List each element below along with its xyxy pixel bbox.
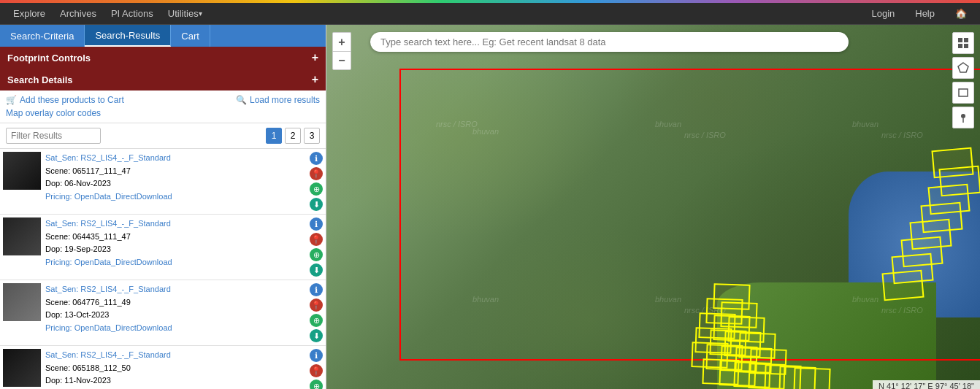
nav-login[interactable]: Login bbox=[864, 3, 902, 25]
info-icon-btn[interactable]: ℹ bbox=[310, 152, 323, 165]
map-background bbox=[326, 25, 980, 389]
footprint-controls-toggle[interactable]: + bbox=[312, 51, 318, 64]
result-item: Sat_Sen: RS2_LIS4_-_F_Standard Scene: 06… bbox=[0, 280, 326, 346]
dop-label: Dop: 06-Nov-2023 bbox=[45, 177, 307, 190]
filter-input[interactable] bbox=[6, 128, 101, 144]
top-nav: Explore Archives PI Actions Utilities Lo… bbox=[0, 3, 980, 25]
result-thumb bbox=[3, 283, 41, 321]
nav-explore[interactable]: Explore bbox=[6, 3, 53, 25]
rectangle-tool-button[interactable] bbox=[952, 82, 974, 104]
result-info: Sat_Sen: RS2_LIS4_-_F_Standard Scene: 06… bbox=[45, 283, 307, 334]
map-right-controls bbox=[952, 32, 974, 128]
zoom-out-button[interactable]: − bbox=[332, 51, 351, 70]
nav-right: Login Help 🏠 bbox=[864, 3, 974, 25]
svg-marker-4 bbox=[958, 63, 968, 72]
nav-home[interactable]: 🏠 bbox=[948, 3, 974, 25]
cart-icon: 🛒 bbox=[6, 95, 17, 105]
eye-icon-btn[interactable]: ⊕ bbox=[310, 182, 323, 196]
eye-icon-btn[interactable]: ⊕ bbox=[310, 380, 323, 389]
download-icon-btn[interactable]: ⬇ bbox=[310, 263, 323, 277]
tab-search-results[interactable]: Search-Results bbox=[85, 25, 171, 47]
result-item: Sat_Sen: RS2_LIS4_-_F_Standard Scene: 06… bbox=[0, 149, 326, 215]
scene-label: Scene: 064776_111_49 bbox=[45, 296, 307, 309]
scene-label: Scene: 065117_111_47 bbox=[45, 165, 307, 178]
footprint-controls-header[interactable]: Footprint Controls + bbox=[0, 47, 326, 69]
svg-rect-3 bbox=[964, 44, 968, 48]
left-panel: Search-Criteria Search-Results Cart Foot… bbox=[0, 25, 326, 389]
result-thumb bbox=[3, 217, 41, 255]
result-thumb bbox=[3, 349, 41, 387]
svg-rect-1 bbox=[964, 38, 968, 42]
map-area[interactable]: + − bbox=[326, 25, 980, 389]
search-details-content: 🛒 Add these products to Cart 🔍 Load more… bbox=[0, 90, 326, 123]
tab-search-criteria[interactable]: Search-Criteria bbox=[0, 25, 85, 47]
result-actions: ℹ 📍 ⊕ ⬇ bbox=[310, 217, 323, 277]
result-item: Sat_Sen: RS2_LIS4_-_F_Standard Scene: 06… bbox=[0, 215, 326, 280]
result-actions: ℹ 📍 ⊕ ⬇ bbox=[310, 349, 323, 389]
zoom-controls: + − bbox=[332, 32, 351, 70]
sat-sen-label: Sat_Sen: RS2_LIS4_-_F_Standard bbox=[45, 349, 307, 362]
page-3-button[interactable]: 3 bbox=[304, 128, 320, 144]
eye-icon-btn[interactable]: ⊕ bbox=[310, 248, 323, 261]
map-search-bar[interactable] bbox=[370, 32, 849, 52]
filter-bar: 1 2 3 bbox=[0, 123, 326, 149]
eye-icon-btn[interactable]: ⊕ bbox=[310, 314, 323, 327]
color-codes-link[interactable]: Map overlay color codes bbox=[6, 108, 320, 118]
footprint-controls-label: Footprint Controls bbox=[7, 53, 91, 63]
add-cart-button[interactable]: 🛒 Add these products to Cart bbox=[6, 95, 124, 105]
tab-cart[interactable]: Cart bbox=[171, 25, 210, 47]
pin-icon-btn[interactable]: 📍 bbox=[310, 233, 323, 246]
pricing-label: Pricing: OpenData_DirectDownload bbox=[45, 256, 307, 269]
load-more-button[interactable]: 🔍 Load more results bbox=[236, 95, 320, 105]
result-actions: ℹ 📍 ⊕ ⬇ bbox=[310, 152, 323, 211]
svg-rect-2 bbox=[958, 44, 962, 48]
layers-button[interactable] bbox=[952, 32, 974, 54]
svg-point-6 bbox=[961, 114, 965, 118]
add-cart-label: Add these products to Cart bbox=[20, 95, 124, 105]
pricing-label: Pricing: OpenData_DirectDownload bbox=[45, 322, 307, 335]
result-list: Sat_Sen: RS2_LIS4_-_F_Standard Scene: 06… bbox=[0, 149, 326, 389]
download-icon-btn[interactable]: ⬇ bbox=[310, 198, 323, 211]
pagination: 1 2 3 bbox=[266, 128, 320, 144]
download-icon-btn[interactable]: ⬇ bbox=[310, 329, 323, 342]
page-2-button[interactable]: 2 bbox=[285, 128, 301, 144]
info-icon-btn[interactable]: ℹ bbox=[310, 283, 323, 296]
coordinates-bar: N 41° 12' 17" E 97° 45' 18" bbox=[873, 380, 980, 389]
result-info: Sat_Sen: RS2_LIS4_-_F_Standard Scene: 06… bbox=[45, 217, 307, 269]
info-icon-btn[interactable]: ℹ bbox=[310, 217, 323, 231]
pricing-label: Pricing: OpenData_DirectDownload bbox=[45, 190, 307, 204]
search-details-toggle[interactable]: + bbox=[312, 73, 318, 86]
main-layout: Search-Criteria Search-Results Cart Foot… bbox=[0, 25, 980, 389]
point-tool-button[interactable] bbox=[952, 107, 974, 128]
dop-label: Dop: 13-Oct-2023 bbox=[45, 309, 307, 322]
search-icon: 🔍 bbox=[236, 95, 247, 105]
svg-rect-5 bbox=[959, 89, 968, 96]
result-thumb bbox=[3, 152, 41, 190]
dop-label: Dop: 19-Sep-2023 bbox=[45, 243, 307, 256]
result-info: Sat_Sen: RS2_LIS4_-_F_Standard Scene: 06… bbox=[45, 349, 307, 389]
polygon-tool-button[interactable] bbox=[952, 57, 974, 79]
info-icon-btn[interactable]: ℹ bbox=[310, 349, 323, 362]
result-info: Sat_Sen: RS2_LIS4_-_F_Standard Scene: 06… bbox=[45, 152, 307, 203]
result-item: Sat_Sen: RS2_LIS4_-_F_Standard Scene: 06… bbox=[0, 346, 326, 389]
pin-icon-btn[interactable]: 📍 bbox=[310, 167, 323, 180]
scene-label: Scene: 065188_112_50 bbox=[45, 362, 307, 375]
nav-utilities[interactable]: Utilities bbox=[161, 3, 210, 25]
nav-help[interactable]: Help bbox=[908, 3, 942, 25]
nav-pi-actions[interactable]: PI Actions bbox=[104, 3, 161, 25]
dop-label: Dop: 11-Nov-2023 bbox=[45, 374, 307, 388]
page-1-button[interactable]: 1 bbox=[266, 128, 282, 144]
result-actions: ℹ 📍 ⊕ ⬇ bbox=[310, 283, 323, 342]
zoom-in-button[interactable]: + bbox=[332, 32, 351, 51]
sat-sen-label: Sat_Sen: RS2_LIS4_-_F_Standard bbox=[45, 217, 307, 231]
svg-rect-0 bbox=[958, 38, 962, 42]
nav-archives[interactable]: Archives bbox=[53, 3, 104, 25]
scene-label: Scene: 064435_111_47 bbox=[45, 231, 307, 244]
pin-icon-btn[interactable]: 📍 bbox=[310, 299, 323, 312]
sat-sen-label: Sat_Sen: RS2_LIS4_-_F_Standard bbox=[45, 283, 307, 296]
pin-icon-btn[interactable]: 📍 bbox=[310, 364, 323, 377]
search-details-header[interactable]: Search Details + bbox=[0, 69, 326, 90]
tab-bar: Search-Criteria Search-Results Cart bbox=[0, 25, 326, 47]
map-search-input[interactable] bbox=[380, 36, 838, 47]
search-details-label: Search Details bbox=[7, 74, 73, 85]
